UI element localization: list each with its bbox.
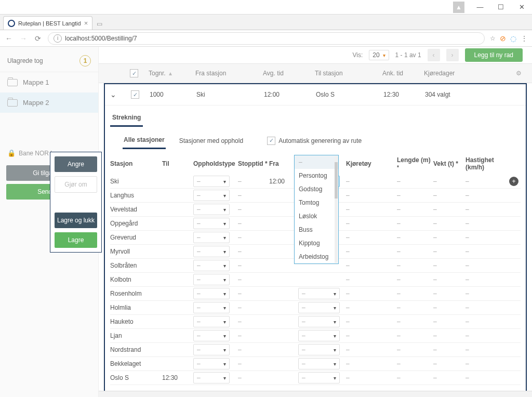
togslag-select[interactable]: –▾	[298, 344, 340, 355]
cell-til: Oslo S	[316, 91, 383, 98]
lengde-cell: –	[397, 276, 433, 283]
oppholdstype-select[interactable]: –▾	[193, 190, 230, 201]
dropdown-option[interactable]: Buss	[295, 223, 338, 236]
unsaved-trains-row[interactable]: Ulagrede tog 1	[0, 50, 98, 72]
new-tab-button[interactable]: ▭	[92, 18, 107, 30]
oppholdstype-select[interactable]: –▾	[193, 232, 230, 243]
header-kjoredager[interactable]: Kjøredager	[424, 70, 466, 77]
subtab-row: Alle stasjoner Stasjoner med opphold ✓ A…	[105, 127, 526, 149]
page-size-select[interactable]: 20 ▾	[369, 50, 389, 60]
dropdown-option[interactable]: Godstog	[295, 182, 338, 196]
auto-gen-checkbox-row[interactable]: ✓ Automatisk generering av rute	[267, 137, 362, 145]
oppholdstype-select[interactable]: –▾	[193, 358, 230, 369]
header-til-stasjon[interactable]: Til stasjon	[315, 70, 382, 77]
togslag-select[interactable]: –▾	[298, 372, 340, 383]
os-titlebar: ▲ — ☐ ✕	[0, 0, 532, 15]
grid-row: ⌄ ✓ 1000 Ski 12:00 Oslo S 12:30 304 valg…	[105, 84, 526, 105]
dropdown-option[interactable]: –	[295, 155, 338, 169]
scrollbar-thumb[interactable]	[335, 162, 338, 198]
oppholdstype-select[interactable]: –▾	[193, 218, 230, 229]
subtab-alle-stasjoner[interactable]: Alle stasjoner	[123, 132, 166, 149]
close-window-button[interactable]: ✕	[511, 0, 532, 15]
oppholdstype-select[interactable]: –▾	[193, 260, 230, 271]
stopptid-cell: –	[238, 332, 269, 339]
expand-row-toggle[interactable]: ⌄	[110, 90, 116, 99]
tab-strekning[interactable]: Strekning	[110, 110, 143, 127]
sidebar-folder-1[interactable]: Mappe 1	[0, 72, 98, 92]
stopptid-cell: –	[238, 206, 269, 213]
horizontal-scrollbar[interactable]	[99, 391, 532, 397]
auto-gen-checkbox[interactable]: ✓	[267, 137, 275, 145]
url-text: localhost:5000/Bestilling/7	[65, 35, 137, 42]
header-ank-tid[interactable]: Ank. tid	[382, 70, 424, 77]
add-row-button[interactable]: Legg til ny rad	[465, 48, 523, 62]
nav-back-icon[interactable]: ←	[4, 34, 14, 43]
station-name: Holmlia	[110, 304, 162, 311]
togslag-select[interactable]: –▾	[298, 288, 340, 299]
sidebar-folder-2[interactable]: Mappe 2	[0, 92, 98, 113]
oppholdstype-select[interactable]: –▾	[193, 316, 230, 327]
sort-asc-icon[interactable]: ▴	[169, 70, 172, 77]
col-vekt: Vekt (t) *	[433, 160, 466, 167]
station-name: Rosenholm	[110, 290, 162, 297]
oppholdstype-select[interactable]: –▾	[193, 246, 230, 257]
browser-tab[interactable]: Ruteplan | BEST Langtid ×	[3, 16, 92, 30]
oppholdstype-select[interactable]: –▾	[193, 372, 230, 383]
gear-icon[interactable]: ⚙	[516, 70, 522, 77]
extension-blue-icon[interactable]: ◌	[510, 34, 516, 43]
station-name: Solbråten	[110, 262, 162, 269]
togslag-select[interactable]: –▾	[298, 302, 340, 313]
cell-tognr: 1000	[150, 91, 196, 98]
oppholdstype-select[interactable]: –▾	[193, 274, 230, 285]
maximize-button[interactable]: ☐	[490, 0, 511, 15]
add-station-button[interactable]: +	[509, 177, 518, 186]
oppholdstype-select[interactable]: –▾	[193, 344, 230, 355]
station-name: Ljan	[110, 332, 162, 339]
stopptid-cell: –	[238, 220, 269, 227]
row-checkbox[interactable]: ✓	[131, 90, 139, 99]
user-icon[interactable]: ▲	[453, 2, 464, 13]
oppholdstype-select[interactable]: –▾	[193, 204, 230, 215]
dropdown-option[interactable]: Løslok	[295, 209, 338, 223]
extension-orange-icon[interactable]: ⊘	[500, 34, 506, 43]
oppholdstype-select[interactable]: –▾	[193, 288, 230, 299]
browser-menu-icon[interactable]: ⋮	[521, 34, 528, 43]
vekt-cell: –	[433, 206, 466, 213]
dropdown-option[interactable]: Persontog	[295, 169, 338, 182]
togslag-select[interactable]: –▾	[298, 330, 340, 341]
site-info-icon[interactable]: i	[54, 34, 62, 43]
bookmark-star-icon[interactable]: ☆	[490, 35, 496, 42]
hastighet-cell: –	[466, 206, 498, 213]
oppholdstype-select[interactable]: –▾	[193, 302, 230, 313]
dropdown-option[interactable]: Tomtog	[295, 196, 338, 209]
pager-prev-button[interactable]: ‹	[428, 49, 440, 61]
undo-button[interactable]: Angre	[55, 156, 97, 172]
select-all-checkbox[interactable]: ✓	[130, 69, 138, 77]
station-name: Ski	[110, 178, 162, 185]
oppholdstype-select[interactable]: –▾	[193, 176, 230, 187]
dropdown-option[interactable]: Arbeidstog	[295, 250, 338, 263]
header-avg-tid[interactable]: Avg. tid	[263, 70, 315, 77]
dropdown-scrollbar[interactable]	[335, 156, 338, 263]
subtab-med-opphold[interactable]: Stasjoner med opphold	[178, 133, 244, 149]
vekt-cell: –	[433, 360, 466, 367]
station-name: Oslo S	[110, 374, 162, 381]
stopptid-cell: –	[238, 234, 269, 241]
dropdown-option[interactable]: Kipptog	[295, 236, 338, 250]
tab-close-icon[interactable]: ×	[84, 19, 88, 27]
cell-kjoredager: 304 valgt	[425, 91, 467, 98]
pager-next-button[interactable]: ›	[446, 49, 459, 61]
togslag-select[interactable]: –▾	[298, 358, 340, 369]
hastighet-cell: –	[466, 234, 498, 241]
save-button[interactable]: Lagre	[55, 232, 97, 248]
header-fra-stasjon[interactable]: Fra stasjon	[195, 70, 263, 77]
oppholdstype-select[interactable]: –▾	[193, 330, 230, 341]
minimize-button[interactable]: —	[470, 0, 490, 15]
nav-reload-icon[interactable]: ⟳	[33, 34, 43, 43]
togslag-dropdown-menu[interactable]: –PersontogGodstogTomtogLøslokBussKipptog…	[294, 155, 339, 264]
url-input[interactable]: i localhost:5000/Bestilling/7	[48, 32, 485, 45]
header-tognr[interactable]: Tognr.	[149, 70, 166, 77]
save-close-button[interactable]: Lagre og lukk	[55, 213, 97, 228]
hastighet-cell: –	[466, 332, 498, 339]
togslag-select[interactable]: –▾	[298, 316, 340, 327]
